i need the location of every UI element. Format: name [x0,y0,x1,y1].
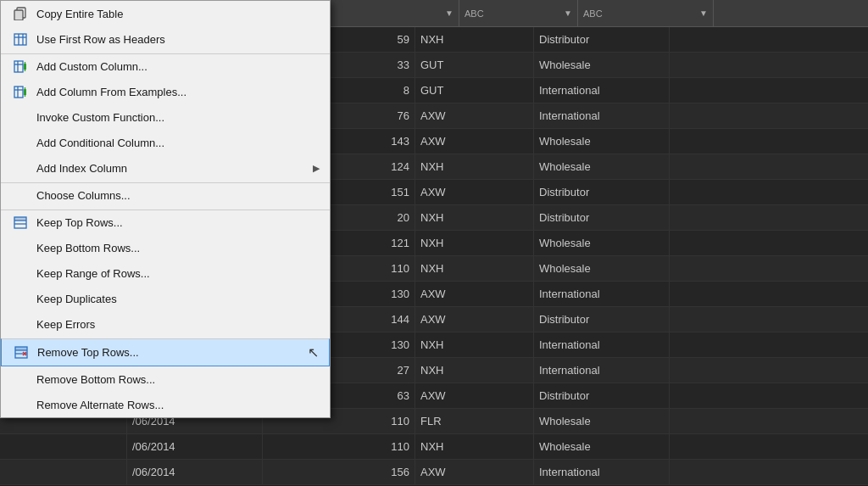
warehouse-cell: NXH [415,358,534,383]
warehouse-cell: NXH [415,434,534,460]
order-number-cell [0,434,127,460]
channel-cell: Wholesale [534,129,670,154]
svg-rect-9 [14,10,23,20]
warehouse-cell: NXH [415,332,534,358]
warehouse-cell: GUT [415,78,534,103]
menu-item-keep-top-rows[interactable]: Keep Top Rows... [1,209,330,235]
channel-cell: Wholesale [534,256,670,282]
remove-rows-icon [12,346,31,359]
warehouse-cell: AXW [415,383,534,409]
menu-item-label: Keep Bottom Rows... [36,242,320,254]
warehouse-cell: AXW [415,103,534,129]
channel-cell: Distributor [534,383,670,409]
menu-item-label: Choose Columns... [36,189,320,202]
menu-item-label: Remove Bottom Rows... [36,373,320,386]
channel-cell: Distributor [534,180,670,205]
warehouse-type-icon: ABC [465,8,484,19]
order-date-cell: /06/2014 [127,434,263,460]
channel-cell: Wholesale [534,231,670,256]
table-row: /06/2014 110 NXH Wholesale [0,434,868,460]
channel-header[interactable]: ABC ▼ [578,0,714,27]
order-number-cell [0,460,127,485]
warehouse-cell: NXH [415,27,534,53]
channel-cell: Wholesale [534,53,670,78]
warehouse-cell: FLR [415,409,534,434]
menu-item-keep-errors[interactable]: Keep Errors [1,311,330,337]
submenu-arrow: ▶ [313,163,320,174]
menu-item-label: Use First Row as Headers [36,33,320,46]
channel-cell: Distributor [534,307,670,332]
warehouse-cell: GUT [415,53,534,78]
channel-cell: Distributor [534,27,670,53]
menu-item-copy-entire-table[interactable]: Copy Entire Table [1,1,330,26]
menu-item-label: Keep Errors [36,318,320,331]
cust-idx-cell: 110 [263,434,415,460]
svg-rect-14 [14,61,23,72]
svg-rect-29 [14,217,26,221]
channel-cell: International [534,460,670,485]
cust-idx-filter-icon[interactable]: ▼ [440,8,453,18]
channel-cell: International [534,358,670,383]
menu-item-label: Add Column From Examples... [36,86,320,98]
channel-cell: Wholesale [534,154,670,180]
col-icon [11,60,30,73]
menu-item-add-conditional-column[interactable]: Add Conditional Column... [1,130,330,155]
rows-icon [11,216,30,229]
menu-item-label: Copy Entire Table [36,8,320,20]
menu-item-label: Keep Top Rows... [36,216,320,229]
warehouse-header[interactable]: ABC ▼ [459,0,578,27]
channel-cell: Wholesale [534,409,670,434]
menu-item-remove-bottom-rows[interactable]: Remove Bottom Rows... [1,366,330,392]
menu-item-label: Remove Alternate Rows... [36,399,320,411]
table-row: /06/2014 156 AXW International [0,460,868,485]
context-menu: Copy Entire Table Use First Row as Heade… [0,0,331,418]
menu-item-choose-columns[interactable]: Choose Columns... [1,182,330,208]
cursor: ↖ [308,344,319,360]
menu-item-use-first-row[interactable]: Use First Row as Headers [1,26,330,52]
menu-item-keep-duplicates[interactable]: Keep Duplicates [1,286,330,311]
menu-item-label: Remove Top Rows... [37,346,304,359]
menu-item-add-index-column[interactable]: Add Index Column ▶ [1,155,330,181]
warehouse-cell: AXW [415,460,534,485]
warehouse-cell: NXH [415,205,534,231]
warehouse-cell: AXW [415,180,534,205]
menu-item-remove-top-rows[interactable]: Remove Top Rows... ↖ [1,338,330,366]
menu-item-invoke-custom-function[interactable]: Invoke Custom Function... [1,104,330,130]
menu-item-label: Invoke Custom Function... [36,111,320,124]
channel-cell: International [534,332,670,358]
warehouse-cell: NXH [415,231,534,256]
menu-item-keep-bottom-rows[interactable]: Keep Bottom Rows... [1,235,330,260]
channel-cell: Distributor [534,205,670,231]
menu-item-label: Keep Duplicates [36,293,320,305]
channel-filter-icon[interactable]: ▼ [694,8,708,18]
channel-cell: Wholesale [534,434,670,460]
menu-item-label: Add Conditional Column... [36,137,320,149]
svg-rect-17 [24,64,26,70]
svg-rect-23 [24,89,26,95]
col-icon [11,86,30,98]
menu-item-add-custom-column[interactable]: Add Custom Column... [1,53,330,79]
order-date-cell: /06/2014 [127,460,263,485]
menu-item-remove-alternate-rows[interactable]: Remove Alternate Rows... [1,392,330,417]
table-icon [11,33,30,46]
menu-item-label: Add Custom Column... [36,60,320,73]
warehouse-cell: AXW [415,307,534,332]
svg-rect-33 [15,347,27,350]
warehouse-filter-icon[interactable]: ▼ [559,8,572,18]
menu-item-label: Add Index Column [36,162,313,175]
svg-rect-20 [14,87,23,98]
warehouse-cell: NXH [415,154,534,180]
menu-item-keep-range-of-rows[interactable]: Keep Range of Rows... [1,260,330,286]
channel-type-icon: ABC [583,8,603,19]
copy-icon [11,7,30,20]
cust-idx-cell: 156 [263,460,415,485]
warehouse-cell: AXW [415,129,534,154]
channel-cell: International [534,282,670,307]
svg-rect-10 [14,34,26,45]
warehouse-cell: AXW [415,282,534,307]
channel-cell: International [534,103,670,129]
menu-item-label: Keep Range of Rows... [36,267,320,280]
warehouse-cell: NXH [415,256,534,282]
channel-cell: International [534,78,670,103]
menu-item-add-column-from-examples[interactable]: Add Column From Examples... [1,79,330,104]
